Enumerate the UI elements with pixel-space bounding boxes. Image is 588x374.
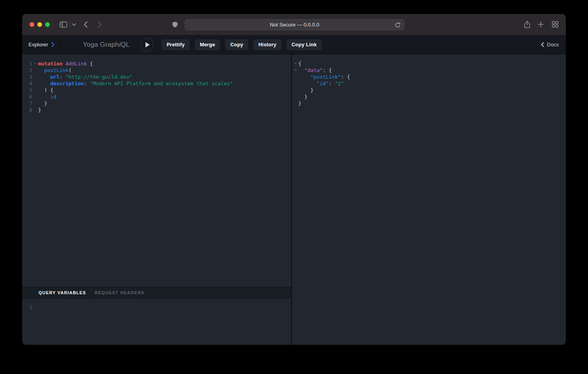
code-line: 8} (24, 107, 291, 113)
code-line: ▾ "data": { (293, 67, 566, 74)
code-line: 2 postLink( (24, 67, 291, 74)
code-text: id (38, 93, 56, 100)
code-line: } (293, 100, 566, 107)
fold-arrow-icon[interactable]: ▾ (32, 60, 38, 67)
code-line: } (293, 93, 566, 100)
page-title: Yoga GraphiQL (83, 41, 130, 49)
tab-overview-icon[interactable] (552, 21, 558, 28)
code-line: ▾{ (293, 60, 566, 67)
docs-chevron-left-icon (541, 42, 544, 47)
code-line: "id": "2" (293, 80, 566, 87)
browser-toolbar: Not Secure — 0.0.0.0 (22, 14, 566, 35)
fold-gutter (32, 80, 38, 87)
copy-link-button[interactable]: Copy Link (287, 39, 322, 50)
code-text: ) { (38, 87, 53, 93)
query-editor-content[interactable]: 1▾mutation AddLink {2 postLink(3 url: "h… (22, 54, 291, 287)
code-text: description: "Modern API Platform and ec… (38, 80, 233, 87)
line-number: 2 (24, 67, 32, 74)
fold-gutter (32, 67, 38, 74)
code-text: } (298, 100, 301, 107)
execute-query-button[interactable] (140, 38, 154, 51)
privacy-shield-icon[interactable] (172, 21, 178, 28)
line-number: 1 (24, 304, 32, 311)
line-number: 6 (24, 93, 32, 100)
fold-gutter (32, 304, 38, 311)
copy-button[interactable]: Copy (225, 39, 248, 50)
new-tab-plus-icon[interactable] (538, 21, 544, 27)
code-text: } (38, 100, 47, 107)
share-icon[interactable] (524, 21, 530, 28)
toolbar-separator (70, 21, 70, 28)
line-number: 1 (24, 60, 32, 67)
response-content: ▾{▾ "data": { "postLink": { "id": "2" } … (292, 54, 566, 345)
code-text: postLink( (38, 67, 72, 74)
code-line: } (293, 87, 566, 93)
play-icon (145, 42, 150, 47)
explorer-toggle[interactable]: Explorer (22, 35, 61, 54)
fold-gutter (293, 100, 298, 107)
main-area: 1▾mutation AddLink {2 postLink(3 url: "h… (22, 54, 566, 345)
fold-gutter (32, 87, 38, 93)
tab-request-headers[interactable]: REQUEST HEADERS (94, 290, 144, 295)
fold-gutter (32, 100, 38, 107)
close-window-button[interactable] (30, 22, 34, 27)
line-number: 3 (24, 74, 32, 80)
variables-editor-content[interactable]: 1 (22, 298, 291, 345)
code-line: 5 ) { (24, 87, 291, 93)
merge-button[interactable]: Merge (195, 39, 220, 50)
forward-button-icon[interactable] (98, 21, 102, 28)
fold-gutter (293, 87, 298, 93)
line-number: 5 (24, 87, 32, 93)
address-bar[interactable]: Not Secure — 0.0.0.0 (185, 19, 404, 30)
code-text: } (298, 93, 307, 100)
code-text: { (298, 60, 301, 67)
safari-window: Not Secure — 0.0.0.0 Explorer Yoga Graph… (22, 14, 566, 345)
code-line: 7 } (24, 100, 291, 107)
code-line: 6 id (24, 93, 291, 100)
sidebar-toggle-icon[interactable] (60, 21, 67, 28)
fold-gutter (32, 93, 38, 100)
zoom-window-button[interactable] (45, 22, 50, 27)
sidebar-chevron-down-icon[interactable] (72, 23, 76, 26)
history-button[interactable]: History (253, 39, 281, 50)
fold-gutter (293, 74, 298, 80)
fold-gutter (293, 93, 298, 100)
reload-icon[interactable] (395, 22, 401, 28)
code-line: "postLink": { (293, 74, 566, 80)
fold-arrow-icon[interactable]: ▾ (293, 67, 298, 74)
address-bar-text: Not Secure — 0.0.0.0 (270, 22, 319, 28)
tab-query-variables[interactable]: QUERY VARIABLES (38, 290, 86, 295)
code-line: 1▾mutation AddLink { (24, 60, 291, 67)
fold-gutter (32, 107, 38, 113)
left-pane: 1▾mutation AddLink {2 postLink(3 url: "h… (22, 54, 291, 345)
code-line: 1 (24, 304, 291, 311)
code-text: "id": "2" (298, 80, 344, 87)
line-number: 8 (24, 107, 32, 113)
code-text: } (298, 87, 313, 93)
fold-arrow-icon[interactable]: ▾ (293, 60, 298, 67)
code-text: "data": { (298, 67, 332, 74)
fold-gutter (32, 74, 38, 80)
code-text: "postLink": { (298, 74, 350, 80)
graphiql-header: Explorer Yoga GraphiQL Prettify Merge Co… (22, 35, 566, 54)
code-text: mutation AddLink { (38, 60, 93, 67)
code-line: 3 url: "http://the-guild.dev" (24, 74, 291, 80)
traffic-lights (30, 22, 50, 27)
explorer-chevron-right-icon (51, 42, 54, 47)
code-text: url: "http://the-guild.dev" (38, 74, 133, 80)
back-button-icon[interactable] (84, 21, 88, 28)
code-text: } (38, 107, 41, 113)
line-number: 7 (24, 100, 32, 107)
fold-gutter (293, 80, 298, 87)
editor-toolbar: Prettify Merge Copy History Copy Link (161, 39, 322, 50)
prettify-button[interactable]: Prettify (161, 39, 189, 50)
code-line: 4 description: "Modern API Platform and … (24, 80, 291, 87)
explorer-label: Explorer (28, 42, 48, 47)
docs-label: Docs (547, 42, 559, 47)
minimize-window-button[interactable] (37, 22, 42, 27)
line-number: 4 (24, 80, 32, 87)
docs-toggle[interactable]: Docs (541, 42, 559, 47)
variables-tabbar: QUERY VARIABLES REQUEST HEADERS (22, 287, 291, 298)
